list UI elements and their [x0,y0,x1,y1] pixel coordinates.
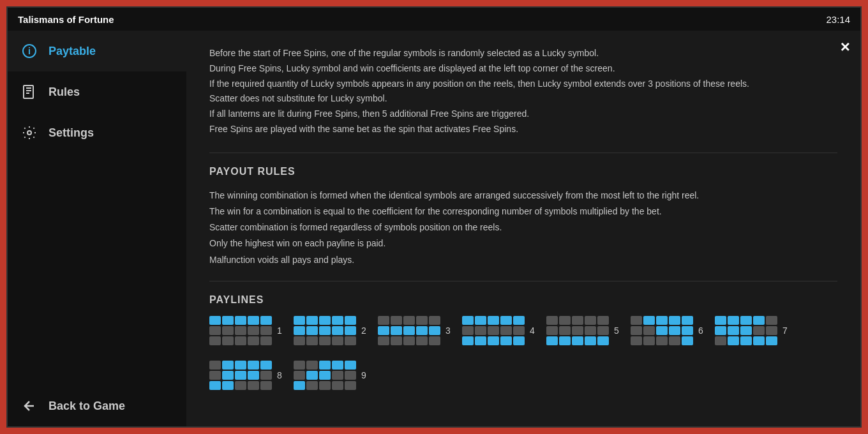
payline-cell [222,316,234,325]
intro-text: Before the start of Free Spins, one of t… [209,46,837,137]
gear-icon [20,124,38,142]
back-label: Back to Game [49,400,125,413]
payline-cell [513,336,525,345]
clock-display: 23:14 [826,14,850,25]
close-button[interactable]: × [841,38,850,55]
payline-cell [345,381,356,390]
payline-grid [715,316,777,345]
payline-item: 4 [462,316,540,345]
payline-item: 5 [546,316,624,345]
payline-cell [656,326,668,335]
payline-cell [319,336,331,345]
payline-cell [429,336,440,345]
payline-cell [631,336,642,345]
payline-cell [378,336,389,345]
payline-number: 6 [698,326,708,336]
payline-cell [669,326,680,335]
payline-cell [345,371,356,380]
payline-cell [656,336,668,345]
payline-cell [306,381,318,390]
payline-grid [294,361,356,390]
payline-cell [294,336,305,345]
payline-cell [332,336,343,345]
divider-2 [209,281,837,281]
payline-item: 2 [294,316,371,345]
payout-title: PAYOUT RULES [209,166,837,177]
rules-label: Rules [49,86,80,99]
payline-cell [391,326,402,335]
payline-cell [416,316,428,325]
payline-cell [403,316,415,325]
payline-item: 1 [209,316,287,345]
payline-cell [500,336,512,345]
payline-cell [546,316,558,325]
payline-cell [319,316,331,325]
payline-number: 2 [361,326,371,336]
payline-grid [209,316,272,345]
payline-cell [248,371,259,380]
payline-cell [500,326,512,335]
payline-cell [559,336,571,345]
payout-text: The winning combination is formed when t… [209,188,837,268]
payline-cell [753,326,765,335]
payline-cell [260,381,272,390]
payline-cell [260,336,272,345]
payline-cell [500,316,512,325]
back-to-game-button[interactable]: Back to Game [8,385,186,426]
payline-cell [462,316,474,325]
payline-grid [462,316,525,345]
payline-cell [332,361,343,370]
payline-cell [345,336,356,345]
payline-cell [488,336,499,345]
payline-cell [475,336,486,345]
main-layout: i Paytable Rules [8,31,860,426]
payline-cell [488,316,499,325]
sidebar-item-paytable[interactable]: i Paytable [8,31,186,71]
payline-cell [319,371,331,380]
payline-cell [391,316,402,325]
payline-number: 1 [277,326,287,336]
payline-cell [403,336,415,345]
payline-cell [475,316,486,325]
paytable-label: Paytable [49,45,96,58]
payline-cell [669,316,680,325]
sidebar-item-settings[interactable]: Settings [8,112,186,153]
payline-cell [728,326,739,335]
payline-grid [378,316,440,345]
payline-cell [378,326,389,335]
payline-cell [416,336,428,345]
payline-cell [740,336,752,345]
payline-cell [235,336,246,345]
payline-cell [222,326,234,335]
payline-cell [209,316,221,325]
payline-cell [682,326,693,335]
svg-text:i: i [28,46,31,56]
payline-cell [656,316,668,325]
payline-grid [631,316,693,345]
payline-cell [248,326,259,335]
payline-grid [294,316,356,345]
payout-section: PAYOUT RULES The winning combination is … [209,166,837,268]
sidebar: i Paytable Rules [8,31,186,426]
content-area[interactable]: × Before the start of Free Spins, one of… [186,31,860,426]
payline-cell [294,326,305,335]
payline-cell [753,336,765,345]
payline-cell [669,336,680,345]
payline-cell [294,371,305,380]
payline-cell [306,316,318,325]
payline-cell [740,326,752,335]
paylines-section: PAYLINES 123456789 [209,294,837,390]
paylines-grid: 123456789 [209,316,837,390]
payline-cell [766,326,777,335]
payline-cell [643,316,655,325]
payline-cell [222,336,234,345]
payline-cell [643,336,655,345]
payline-cell [682,336,693,345]
payline-cell [572,326,583,335]
payline-cell [332,371,343,380]
sidebar-item-rules[interactable]: Rules [8,71,186,112]
payline-cell [475,326,486,335]
payline-cell [728,336,739,345]
payline-number: 7 [782,326,793,336]
payline-cell [248,361,259,370]
